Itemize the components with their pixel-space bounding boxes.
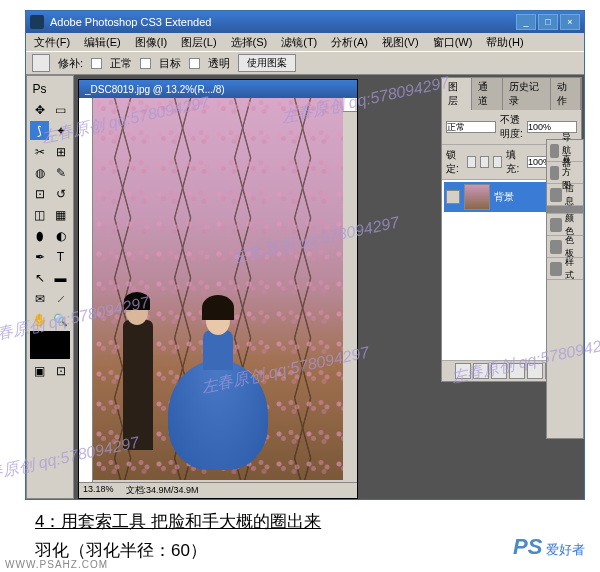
menu-view[interactable]: 视图(V) <box>376 34 425 51</box>
opacity-label: 不透明度: <box>500 113 523 141</box>
app-title: Adobe Photoshop CS3 Extended <box>50 16 211 28</box>
tab-actions[interactable]: 动作 <box>551 78 581 110</box>
logo-ps: PS <box>513 534 542 559</box>
marquee-tool[interactable]: ▭ <box>50 99 71 120</box>
tab-channels[interactable]: 通道 <box>472 78 502 110</box>
photoshop-window: Adobe Photoshop CS3 Extended _ □ × 文件(F)… <box>25 10 585 500</box>
zoom-level[interactable]: 13.18% <box>83 484 114 497</box>
fx-icon[interactable] <box>473 363 489 379</box>
options-bar: 修补: 正常 目标 透明 使用图案 <box>26 51 584 75</box>
menubar: 文件(F) 编辑(E) 图像(I) 图层(L) 选择(S) 滤镜(T) 分析(A… <box>26 33 584 51</box>
document-window: _DSC8019.jpg @ 13.2%(R.../8) 13.18% 文档:3… <box>78 79 358 499</box>
adjustment-icon[interactable] <box>509 363 525 379</box>
navigator-icon <box>550 144 559 158</box>
menu-help[interactable]: 帮助(H) <box>480 34 529 51</box>
blur-tool[interactable]: ⬮ <box>29 225 50 246</box>
foreground-background-color[interactable] <box>29 330 71 360</box>
doc-size: 文档:34.9M/34.9M <box>126 484 199 497</box>
use-pattern-button[interactable]: 使用图案 <box>238 54 296 72</box>
move-tool[interactable]: ✥ <box>29 99 50 120</box>
pen-tool[interactable]: ✒ <box>29 246 50 267</box>
dock-info[interactable]: 信息 <box>547 184 583 206</box>
link-icon[interactable] <box>455 363 471 379</box>
healing-tool[interactable]: ◍ <box>29 162 50 183</box>
transparent-checkbox[interactable] <box>189 58 200 69</box>
zoom-tool[interactable]: 🔍 <box>50 309 71 330</box>
target-label: 目标 <box>159 56 181 71</box>
lock-label: 锁定: <box>446 148 463 176</box>
document-title: _DSC8019.jpg @ 13.2%(R.../8) <box>79 80 357 98</box>
stamp-tool[interactable]: ⊡ <box>29 183 50 204</box>
menu-file[interactable]: 文件(F) <box>28 34 76 51</box>
transparent-label: 透明 <box>208 56 230 71</box>
info-icon <box>550 188 562 202</box>
fill-label: 填充: <box>506 148 523 176</box>
workspace: Ps ✥ ▭ ⟆ ✦ ✂ ⊞ ◍ ✎ ⊡ ↺ ◫ ▦ ⬮ ◐ ✒ T ↖ ▬ ✉… <box>26 75 584 499</box>
tab-layers[interactable]: 图层 <box>442 78 472 110</box>
target-radio[interactable] <box>140 58 151 69</box>
tutorial-caption: 4：用套索工具 把脸和手大概的圈出来 羽化（羽化半径：60） <box>35 508 321 564</box>
shape-tool[interactable]: ▬ <box>50 267 71 288</box>
type-tool[interactable]: T <box>50 246 71 267</box>
notes-tool[interactable]: ✉ <box>29 288 50 309</box>
brush-tool[interactable]: ✎ <box>50 162 71 183</box>
screenmode-tool[interactable]: ⊡ <box>50 360 71 381</box>
titlebar: Adobe Photoshop CS3 Extended _ □ × <box>26 11 584 33</box>
lock-position-icon[interactable] <box>493 156 502 168</box>
ps-logo-icon: Ps <box>29 78 50 99</box>
lock-paint-icon[interactable] <box>480 156 489 168</box>
eraser-tool[interactable]: ◫ <box>29 204 50 225</box>
history-brush-tool[interactable]: ↺ <box>50 183 71 204</box>
canvas[interactable] <box>93 98 343 480</box>
eyedropper-tool[interactable]: ⟋ <box>50 288 71 309</box>
slice-tool[interactable]: ⊞ <box>50 141 71 162</box>
quickmask-tool[interactable]: ▣ <box>29 360 50 381</box>
group-icon[interactable] <box>527 363 543 379</box>
menu-filter[interactable]: 滤镜(T) <box>275 34 323 51</box>
source-radio[interactable] <box>91 58 102 69</box>
histogram-icon <box>550 166 559 180</box>
minimize-button[interactable]: _ <box>516 14 536 30</box>
woman-figure <box>158 290 278 470</box>
vertical-ruler <box>79 98 93 498</box>
menu-window[interactable]: 窗口(W) <box>427 34 479 51</box>
maximize-button[interactable]: □ <box>538 14 558 30</box>
normal-label: 正常 <box>110 56 132 71</box>
tab-history[interactable]: 历史记录 <box>503 78 551 110</box>
close-button[interactable]: × <box>560 14 580 30</box>
dock-styles[interactable]: 样式 <box>547 258 583 280</box>
styles-icon <box>550 262 562 276</box>
crop-tool[interactable]: ✂ <box>29 141 50 162</box>
document-area: _DSC8019.jpg @ 13.2%(R.../8) 13.18% 文档:3… <box>74 75 439 499</box>
path-tool[interactable]: ↖ <box>29 267 50 288</box>
site-url: WWW.PSAHZ.COM <box>5 559 108 570</box>
mask-icon[interactable] <box>491 363 507 379</box>
gradient-tool[interactable]: ▦ <box>50 204 71 225</box>
spacer-icon <box>50 78 71 99</box>
dodge-tool[interactable]: ◐ <box>50 225 71 246</box>
right-dock: 导航器 直方图 信息 颜色 色板 样式 <box>546 139 584 439</box>
menu-analysis[interactable]: 分析(A) <box>325 34 374 51</box>
layer-thumbnail[interactable] <box>464 184 490 210</box>
menu-select[interactable]: 选择(S) <box>225 34 274 51</box>
menu-edit[interactable]: 编辑(E) <box>78 34 127 51</box>
logo-text: 爱好者 <box>546 542 585 557</box>
repair-label: 修补: <box>58 56 83 71</box>
visibility-icon[interactable] <box>446 190 460 204</box>
document-statusbar: 13.18% 文档:34.9M/34.9M <box>79 482 357 498</box>
site-logo: PS 爱好者 <box>513 534 585 560</box>
layer-name: 背景 <box>494 190 514 204</box>
tool-preset-icon[interactable] <box>32 54 50 72</box>
blend-mode-select[interactable] <box>446 121 496 133</box>
ps-app-icon <box>30 15 44 29</box>
lock-transparent-icon[interactable] <box>467 156 476 168</box>
swatches-icon <box>550 240 562 254</box>
menu-image[interactable]: 图像(I) <box>129 34 173 51</box>
menu-layer[interactable]: 图层(L) <box>175 34 222 51</box>
toolbox: Ps ✥ ▭ ⟆ ✦ ✂ ⊞ ◍ ✎ ⊡ ↺ ◫ ▦ ⬮ ◐ ✒ T ↖ ▬ ✉… <box>26 75 74 499</box>
wand-tool[interactable]: ✦ <box>50 120 71 141</box>
color-icon <box>550 218 562 232</box>
hand-tool[interactable]: ✋ <box>29 309 50 330</box>
caption-line-1: 4：用套索工具 把脸和手大概的圈出来 <box>35 508 321 535</box>
lasso-tool[interactable]: ⟆ <box>29 120 50 141</box>
